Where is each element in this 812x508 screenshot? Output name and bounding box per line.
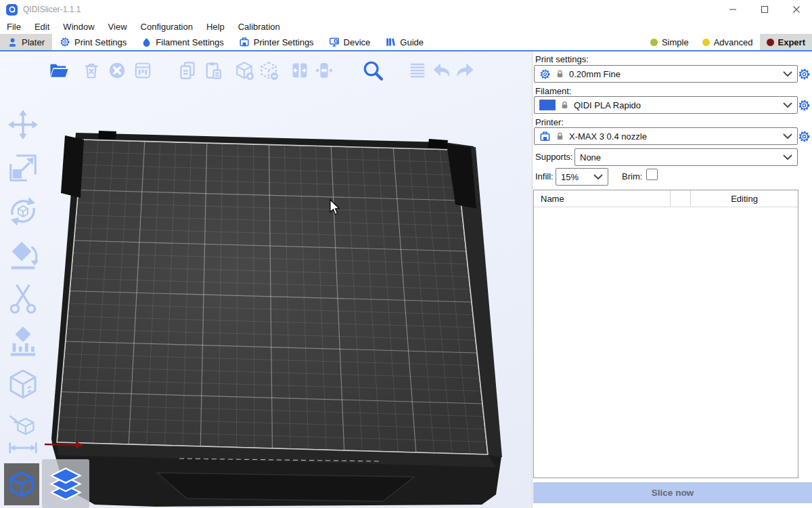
layers-icon: [47, 465, 84, 502]
place-on-face-icon[interactable]: [3, 233, 43, 276]
gear-icon: [539, 68, 551, 80]
print-settings-gear-icon[interactable]: [798, 68, 811, 81]
variable-layer-height-icon[interactable]: [407, 58, 428, 83]
split-objects-icon[interactable]: [289, 58, 311, 83]
tab-device[interactable]: Device: [321, 34, 378, 50]
gear-icon: [60, 37, 70, 47]
object-list: Name Editing: [533, 190, 798, 478]
chevron-down-icon: [593, 174, 603, 180]
tab-bar: Plater Print Settings Filament Settings …: [0, 34, 812, 51]
gizmo-toolbar: [2, 103, 44, 462]
delete-icon[interactable]: [81, 58, 102, 83]
brim-label: Brim:: [622, 171, 642, 182]
advanced-dot-icon: [702, 39, 710, 46]
device-monitor-icon: [329, 37, 340, 47]
lock-icon: [560, 100, 569, 110]
chevron-down-icon: [783, 133, 792, 140]
settings-panel: Print settings: 0.20mm Fine Filament: QI…: [532, 51, 812, 508]
copy-icon[interactable]: [177, 58, 198, 83]
undo-icon[interactable]: [431, 58, 453, 83]
infill-label: Infill:: [535, 171, 554, 182]
mode-selector: Simple Advanced Expert: [644, 34, 812, 50]
scale-icon[interactable]: [3, 146, 43, 190]
object-list-header: Name Editing: [534, 190, 798, 207]
filament-select[interactable]: QIDI PLA Rapido: [534, 96, 798, 114]
paste-icon[interactable]: [202, 58, 224, 83]
printer-icon: [539, 131, 551, 142]
search-icon[interactable]: [362, 58, 384, 83]
supports-label: Supports:: [535, 152, 573, 162]
window-title: QIDISlicer-1.1.1: [23, 5, 81, 14]
redo-icon[interactable]: [454, 58, 476, 83]
chevron-down-icon: [783, 71, 792, 77]
window-controls: [717, 0, 812, 19]
filament-color-swatch: [539, 100, 556, 110]
supports-select[interactable]: None: [574, 148, 798, 166]
main-toolbar: [46, 56, 476, 85]
menu-file[interactable]: File: [0, 22, 28, 32]
title-bar: QIDISlicer-1.1.1: [0, 0, 812, 19]
tab-filament-settings[interactable]: Filament Settings: [134, 34, 231, 50]
remove-instance-icon[interactable]: [258, 58, 279, 83]
menu-calibration[interactable]: Calibration: [231, 22, 287, 32]
lock-icon: [556, 69, 564, 79]
chevron-down-icon: [783, 102, 792, 108]
preview-view-button[interactable]: [42, 459, 89, 508]
arrange-icon[interactable]: [132, 58, 154, 83]
tab-print-settings[interactable]: Print Settings: [52, 34, 134, 50]
cut-icon[interactable]: [3, 276, 43, 320]
menu-help[interactable]: Help: [200, 22, 231, 32]
books-icon: [385, 37, 396, 47]
column-editing: Editing: [691, 190, 798, 207]
slice-now-button[interactable]: Slice now: [533, 482, 812, 503]
simple-dot-icon: [650, 39, 658, 46]
printer-icon: [239, 37, 250, 47]
tab-plater[interactable]: Plater: [0, 34, 52, 50]
open-folder-icon[interactable]: [48, 58, 70, 83]
menu-view[interactable]: View: [102, 22, 134, 32]
printer-label: Printer:: [535, 117, 564, 127]
paint-supports-icon[interactable]: [3, 320, 43, 363]
infill-select[interactable]: 15%: [556, 168, 608, 186]
menu-edit[interactable]: Edit: [28, 22, 56, 32]
rotate-icon[interactable]: [3, 190, 43, 233]
close-button[interactable]: [780, 0, 812, 19]
app-logo-icon: [6, 4, 18, 16]
viewport-3d[interactable]: [0, 51, 532, 508]
menu-bar: File Edit Window View Configuration Help…: [0, 19, 812, 34]
brim-checkbox[interactable]: [646, 169, 658, 180]
split-parts-icon[interactable]: [313, 58, 335, 83]
menu-configuration[interactable]: Configuration: [134, 22, 200, 32]
minimize-button[interactable]: [717, 0, 748, 19]
lock-icon: [556, 131, 564, 141]
plater-bust-icon: [7, 37, 18, 47]
printer-select[interactable]: X-MAX 3 0.4 nozzle: [534, 127, 798, 145]
add-instance-icon[interactable]: [233, 58, 255, 83]
tab-guide[interactable]: Guide: [378, 34, 431, 50]
seam-painting-icon[interactable]: [3, 363, 43, 406]
mode-advanced[interactable]: Advanced: [696, 34, 760, 50]
print-bed-scene: [0, 51, 532, 508]
maximize-button[interactable]: [748, 0, 780, 19]
move-icon[interactable]: [3, 103, 43, 146]
filament-label: Filament:: [535, 86, 571, 96]
mode-expert[interactable]: Expert: [760, 34, 812, 50]
menu-window[interactable]: Window: [56, 22, 101, 32]
print-settings-label: Print settings:: [535, 54, 589, 64]
column-name: Name: [534, 190, 671, 207]
printer-gear-icon[interactable]: [798, 130, 811, 143]
mode-simple[interactable]: Simple: [644, 34, 696, 50]
filament-droplet-icon: [141, 37, 152, 47]
chevron-down-icon: [783, 154, 792, 161]
expert-dot-icon: [767, 39, 774, 46]
3d-cube-icon: [7, 470, 36, 499]
column-mini: [671, 190, 691, 207]
tab-printer-settings[interactable]: Printer Settings: [231, 34, 321, 50]
print-settings-select[interactable]: 0.20mm Fine: [534, 65, 798, 83]
measure-icon[interactable]: [3, 406, 43, 462]
delete-all-icon[interactable]: [106, 58, 128, 83]
filament-gear-icon[interactable]: [798, 99, 811, 112]
editor-view-button[interactable]: [4, 463, 39, 505]
